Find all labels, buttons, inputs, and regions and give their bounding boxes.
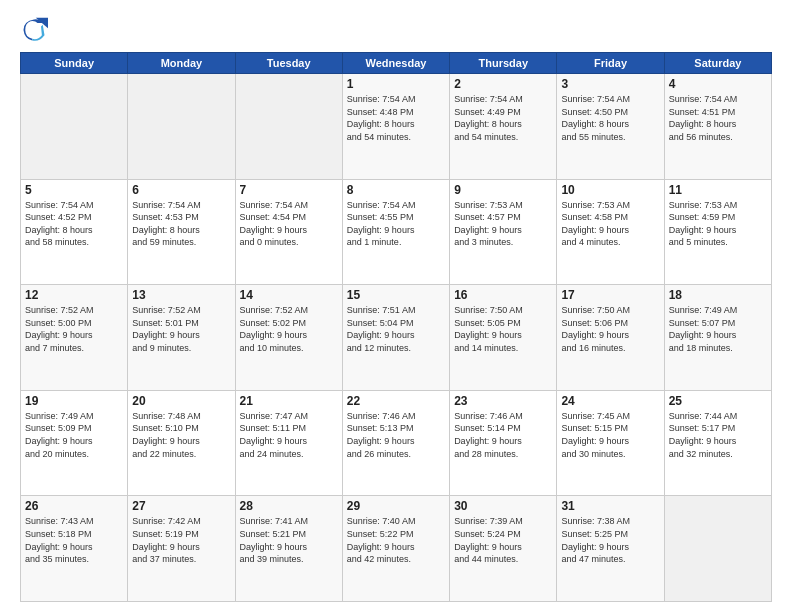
day-info: Sunrise: 7:50 AM Sunset: 5:06 PM Dayligh… xyxy=(561,304,659,354)
day-number: 27 xyxy=(132,499,230,513)
calendar-cell: 18Sunrise: 7:49 AM Sunset: 5:07 PM Dayli… xyxy=(664,285,771,391)
day-info: Sunrise: 7:48 AM Sunset: 5:10 PM Dayligh… xyxy=(132,410,230,460)
week-row-3: 12Sunrise: 7:52 AM Sunset: 5:00 PM Dayli… xyxy=(21,285,772,391)
calendar-cell: 20Sunrise: 7:48 AM Sunset: 5:10 PM Dayli… xyxy=(128,390,235,496)
calendar-cell xyxy=(128,74,235,180)
weekday-tuesday: Tuesday xyxy=(235,53,342,74)
day-number: 13 xyxy=(132,288,230,302)
day-info: Sunrise: 7:38 AM Sunset: 5:25 PM Dayligh… xyxy=(561,515,659,565)
calendar-cell: 25Sunrise: 7:44 AM Sunset: 5:17 PM Dayli… xyxy=(664,390,771,496)
day-number: 8 xyxy=(347,183,445,197)
day-number: 4 xyxy=(669,77,767,91)
day-info: Sunrise: 7:46 AM Sunset: 5:13 PM Dayligh… xyxy=(347,410,445,460)
day-info: Sunrise: 7:47 AM Sunset: 5:11 PM Dayligh… xyxy=(240,410,338,460)
calendar-cell: 26Sunrise: 7:43 AM Sunset: 5:18 PM Dayli… xyxy=(21,496,128,602)
calendar-cell: 15Sunrise: 7:51 AM Sunset: 5:04 PM Dayli… xyxy=(342,285,449,391)
day-number: 22 xyxy=(347,394,445,408)
day-info: Sunrise: 7:53 AM Sunset: 4:57 PM Dayligh… xyxy=(454,199,552,249)
day-info: Sunrise: 7:44 AM Sunset: 5:17 PM Dayligh… xyxy=(669,410,767,460)
day-number: 2 xyxy=(454,77,552,91)
logo-icon xyxy=(20,16,48,44)
day-info: Sunrise: 7:41 AM Sunset: 5:21 PM Dayligh… xyxy=(240,515,338,565)
day-info: Sunrise: 7:53 AM Sunset: 4:58 PM Dayligh… xyxy=(561,199,659,249)
day-number: 1 xyxy=(347,77,445,91)
day-info: Sunrise: 7:46 AM Sunset: 5:14 PM Dayligh… xyxy=(454,410,552,460)
day-number: 18 xyxy=(669,288,767,302)
day-number: 23 xyxy=(454,394,552,408)
calendar-cell: 19Sunrise: 7:49 AM Sunset: 5:09 PM Dayli… xyxy=(21,390,128,496)
calendar-cell: 6Sunrise: 7:54 AM Sunset: 4:53 PM Daylig… xyxy=(128,179,235,285)
week-row-5: 26Sunrise: 7:43 AM Sunset: 5:18 PM Dayli… xyxy=(21,496,772,602)
day-number: 16 xyxy=(454,288,552,302)
calendar-cell: 7Sunrise: 7:54 AM Sunset: 4:54 PM Daylig… xyxy=(235,179,342,285)
day-info: Sunrise: 7:49 AM Sunset: 5:09 PM Dayligh… xyxy=(25,410,123,460)
header xyxy=(20,16,772,44)
calendar-cell: 28Sunrise: 7:41 AM Sunset: 5:21 PM Dayli… xyxy=(235,496,342,602)
day-number: 11 xyxy=(669,183,767,197)
calendar-table: SundayMondayTuesdayWednesdayThursdayFrid… xyxy=(20,52,772,602)
day-info: Sunrise: 7:54 AM Sunset: 4:51 PM Dayligh… xyxy=(669,93,767,143)
calendar-cell: 3Sunrise: 7:54 AM Sunset: 4:50 PM Daylig… xyxy=(557,74,664,180)
day-number: 17 xyxy=(561,288,659,302)
day-number: 31 xyxy=(561,499,659,513)
calendar-cell: 11Sunrise: 7:53 AM Sunset: 4:59 PM Dayli… xyxy=(664,179,771,285)
calendar-cell: 8Sunrise: 7:54 AM Sunset: 4:55 PM Daylig… xyxy=(342,179,449,285)
calendar-cell: 29Sunrise: 7:40 AM Sunset: 5:22 PM Dayli… xyxy=(342,496,449,602)
weekday-thursday: Thursday xyxy=(450,53,557,74)
calendar-cell xyxy=(235,74,342,180)
day-info: Sunrise: 7:54 AM Sunset: 4:54 PM Dayligh… xyxy=(240,199,338,249)
week-row-1: 1Sunrise: 7:54 AM Sunset: 4:48 PM Daylig… xyxy=(21,74,772,180)
day-number: 26 xyxy=(25,499,123,513)
day-info: Sunrise: 7:49 AM Sunset: 5:07 PM Dayligh… xyxy=(669,304,767,354)
day-info: Sunrise: 7:52 AM Sunset: 5:02 PM Dayligh… xyxy=(240,304,338,354)
calendar-cell: 31Sunrise: 7:38 AM Sunset: 5:25 PM Dayli… xyxy=(557,496,664,602)
day-number: 29 xyxy=(347,499,445,513)
day-number: 12 xyxy=(25,288,123,302)
calendar-cell: 21Sunrise: 7:47 AM Sunset: 5:11 PM Dayli… xyxy=(235,390,342,496)
day-info: Sunrise: 7:54 AM Sunset: 4:53 PM Dayligh… xyxy=(132,199,230,249)
day-info: Sunrise: 7:51 AM Sunset: 5:04 PM Dayligh… xyxy=(347,304,445,354)
day-number: 24 xyxy=(561,394,659,408)
page: SundayMondayTuesdayWednesdayThursdayFrid… xyxy=(0,0,792,612)
calendar-cell: 22Sunrise: 7:46 AM Sunset: 5:13 PM Dayli… xyxy=(342,390,449,496)
day-info: Sunrise: 7:54 AM Sunset: 4:52 PM Dayligh… xyxy=(25,199,123,249)
day-info: Sunrise: 7:52 AM Sunset: 5:00 PM Dayligh… xyxy=(25,304,123,354)
logo xyxy=(20,16,52,44)
day-info: Sunrise: 7:54 AM Sunset: 4:49 PM Dayligh… xyxy=(454,93,552,143)
calendar-cell: 27Sunrise: 7:42 AM Sunset: 5:19 PM Dayli… xyxy=(128,496,235,602)
day-info: Sunrise: 7:54 AM Sunset: 4:48 PM Dayligh… xyxy=(347,93,445,143)
day-number: 10 xyxy=(561,183,659,197)
day-number: 19 xyxy=(25,394,123,408)
week-row-4: 19Sunrise: 7:49 AM Sunset: 5:09 PM Dayli… xyxy=(21,390,772,496)
calendar-cell: 2Sunrise: 7:54 AM Sunset: 4:49 PM Daylig… xyxy=(450,74,557,180)
day-number: 25 xyxy=(669,394,767,408)
calendar-cell: 9Sunrise: 7:53 AM Sunset: 4:57 PM Daylig… xyxy=(450,179,557,285)
day-info: Sunrise: 7:54 AM Sunset: 4:55 PM Dayligh… xyxy=(347,199,445,249)
weekday-saturday: Saturday xyxy=(664,53,771,74)
day-info: Sunrise: 7:45 AM Sunset: 5:15 PM Dayligh… xyxy=(561,410,659,460)
calendar-cell: 5Sunrise: 7:54 AM Sunset: 4:52 PM Daylig… xyxy=(21,179,128,285)
day-info: Sunrise: 7:54 AM Sunset: 4:50 PM Dayligh… xyxy=(561,93,659,143)
day-info: Sunrise: 7:52 AM Sunset: 5:01 PM Dayligh… xyxy=(132,304,230,354)
weekday-header-row: SundayMondayTuesdayWednesdayThursdayFrid… xyxy=(21,53,772,74)
weekday-sunday: Sunday xyxy=(21,53,128,74)
weekday-friday: Friday xyxy=(557,53,664,74)
day-info: Sunrise: 7:42 AM Sunset: 5:19 PM Dayligh… xyxy=(132,515,230,565)
day-number: 3 xyxy=(561,77,659,91)
calendar-cell xyxy=(664,496,771,602)
weekday-wednesday: Wednesday xyxy=(342,53,449,74)
day-info: Sunrise: 7:40 AM Sunset: 5:22 PM Dayligh… xyxy=(347,515,445,565)
day-number: 15 xyxy=(347,288,445,302)
calendar-cell: 13Sunrise: 7:52 AM Sunset: 5:01 PM Dayli… xyxy=(128,285,235,391)
calendar-cell: 14Sunrise: 7:52 AM Sunset: 5:02 PM Dayli… xyxy=(235,285,342,391)
day-info: Sunrise: 7:39 AM Sunset: 5:24 PM Dayligh… xyxy=(454,515,552,565)
calendar-cell: 17Sunrise: 7:50 AM Sunset: 5:06 PM Dayli… xyxy=(557,285,664,391)
calendar-cell: 30Sunrise: 7:39 AM Sunset: 5:24 PM Dayli… xyxy=(450,496,557,602)
day-number: 7 xyxy=(240,183,338,197)
calendar-cell: 24Sunrise: 7:45 AM Sunset: 5:15 PM Dayli… xyxy=(557,390,664,496)
day-info: Sunrise: 7:43 AM Sunset: 5:18 PM Dayligh… xyxy=(25,515,123,565)
weekday-monday: Monday xyxy=(128,53,235,74)
day-info: Sunrise: 7:53 AM Sunset: 4:59 PM Dayligh… xyxy=(669,199,767,249)
day-number: 21 xyxy=(240,394,338,408)
calendar-cell: 23Sunrise: 7:46 AM Sunset: 5:14 PM Dayli… xyxy=(450,390,557,496)
